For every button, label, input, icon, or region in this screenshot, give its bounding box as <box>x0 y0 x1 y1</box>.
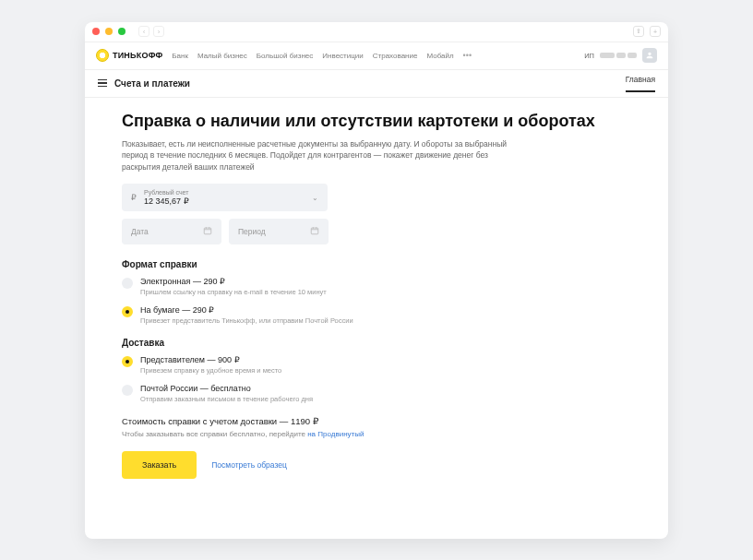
minimize-window-icon[interactable] <box>105 28 113 35</box>
brand-name: ТИНЬКОФФ <box>113 51 162 60</box>
date-field[interactable]: Дата <box>122 219 221 244</box>
order-button[interactable]: Заказать <box>122 451 197 479</box>
sub-nav: Счета и платежи Главная <box>85 70 668 98</box>
format-title: Формат справки <box>122 259 631 269</box>
radio-off-icon <box>122 278 133 289</box>
radio-on-icon <box>122 306 133 317</box>
subnav-title: Счета и платежи <box>114 78 190 89</box>
nav-small-business[interactable]: Малый бизнес <box>197 52 247 60</box>
currency-icon: ₽ <box>131 193 137 202</box>
period-placeholder: Период <box>238 227 266 236</box>
account-name-redacted <box>600 53 637 58</box>
total-sub: Чтобы заказывать все справки бесплатно, … <box>122 430 631 438</box>
new-tab-icon[interactable]: + <box>650 26 661 37</box>
radio-on-icon <box>122 356 133 367</box>
nav-mobile[interactable]: Мобайл <box>426 52 453 60</box>
chevron-down-icon: ⌄ <box>312 194 318 202</box>
account-widget[interactable]: ИП <box>584 48 657 63</box>
calendar-icon <box>310 226 319 237</box>
page-title: Справка о наличии или отсутствии картоте… <box>122 111 631 132</box>
view-sample-link[interactable]: Посмотреть образец <box>211 460 287 470</box>
nav-investments[interactable]: Инвестиции <box>322 52 363 60</box>
account-select-label: Рублевый счет <box>144 189 305 197</box>
page-lead: Показывает, есть ли неисполненные расчет… <box>122 138 519 173</box>
format-section: Формат справки Электронная — 290 ₽ Пришл… <box>122 259 631 325</box>
date-placeholder: Дата <box>131 227 149 236</box>
calendar-icon <box>203 226 212 237</box>
svg-rect-1 <box>311 229 318 235</box>
browser-window: ‹ › ⇪ + ТИНЬКОФФ Банк Малый бизнес Больш… <box>85 22 668 539</box>
share-icon[interactable]: ⇪ <box>633 26 644 37</box>
format-option-paper[interactable]: На бумаге — 290 ₽ Привезет представитель… <box>122 305 631 325</box>
maximize-window-icon[interactable] <box>118 28 126 35</box>
upgrade-plan-link[interactable]: на Продвинутый <box>307 430 364 438</box>
delivery-option-courier[interactable]: Представителем — 900 ₽ Привезем справку … <box>122 355 631 375</box>
hamburger-icon[interactable] <box>98 79 107 88</box>
top-nav: ТИНЬКОФФ Банк Малый бизнес Большой бизне… <box>85 42 668 70</box>
delivery-option-post[interactable]: Почтой России — бесплатно Отправим заказ… <box>122 384 631 403</box>
period-field[interactable]: Период <box>229 219 329 244</box>
brand-logo-icon <box>96 49 109 62</box>
format-option-electronic[interactable]: Электронная — 290 ₽ Пришлем ссылку на сп… <box>122 277 631 296</box>
delivery-section: Доставка Представителем — 900 ₽ Привезем… <box>122 338 631 403</box>
nav-big-business[interactable]: Большой бизнес <box>257 52 314 60</box>
svg-rect-0 <box>204 229 211 235</box>
content: Справка о наличии или отсутствии картоте… <box>85 98 668 539</box>
account-prefix: ИП <box>584 52 594 60</box>
nav-insurance[interactable]: Страхование <box>373 52 418 60</box>
titlebar: ‹ › ⇪ + <box>85 22 668 42</box>
delivery-title: Доставка <box>122 338 631 348</box>
nav-more-icon[interactable]: ••• <box>463 52 472 60</box>
radio-off-icon <box>122 385 133 396</box>
tab-main[interactable]: Главная <box>626 75 655 92</box>
nav-forward-icon[interactable]: › <box>153 26 164 37</box>
brand[interactable]: ТИНЬКОФФ <box>96 49 162 62</box>
account-select-value: 12 345,67 ₽ <box>144 197 305 207</box>
account-select[interactable]: ₽ Рублевый счет 12 345,67 ₽ ⌄ <box>122 184 328 211</box>
avatar[interactable] <box>642 48 657 63</box>
nav-back-icon[interactable]: ‹ <box>138 26 149 37</box>
close-window-icon[interactable] <box>92 28 100 35</box>
nav-bank[interactable]: Банк <box>172 52 188 60</box>
total-line: Стоимость справки с учетом доставки — 11… <box>122 416 631 426</box>
